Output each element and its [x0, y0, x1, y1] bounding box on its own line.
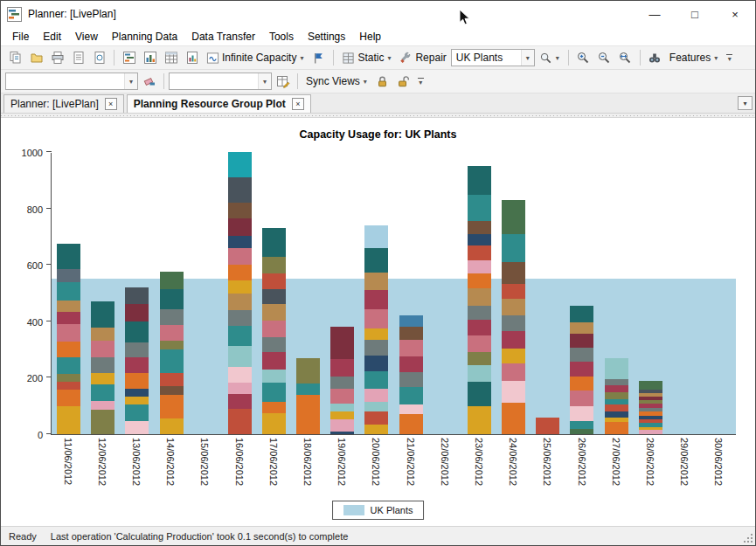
bar-column[interactable]: [668, 153, 702, 434]
bar-segment[interactable]: [570, 306, 593, 322]
bar-segment[interactable]: [228, 383, 252, 394]
print-preview-icon[interactable]: [89, 48, 109, 67]
bar-segment[interactable]: [468, 273, 491, 288]
bar-column[interactable]: [189, 153, 223, 434]
bar-segment[interactable]: [399, 387, 423, 404]
bar-segment[interactable]: [262, 257, 286, 273]
bar-column[interactable]: [394, 153, 428, 434]
toolbar-overflow-icon[interactable]: ▾: [723, 54, 736, 61]
bar-segment[interactable]: [160, 341, 184, 349]
bar-segment[interactable]: [502, 200, 525, 234]
repair-button[interactable]: Repair: [396, 50, 449, 66]
copy-icon[interactable]: [5, 48, 25, 67]
bar-segment[interactable]: [364, 371, 388, 390]
bar-column[interactable]: [359, 153, 393, 434]
bar-column[interactable]: [496, 153, 531, 434]
resource-group-combo[interactable]: UK Plants ▾: [451, 49, 535, 66]
bar-segment[interactable]: [502, 363, 525, 380]
bar-segment[interactable]: [91, 384, 114, 401]
tab-planning-resource-group-plot[interactable]: Planning Resource Group Plot ×: [127, 94, 311, 113]
bar-segment[interactable]: [160, 373, 184, 386]
bar-segment[interactable]: [262, 273, 286, 289]
bar-column[interactable]: [702, 153, 736, 434]
bar-segment[interactable]: [364, 340, 388, 355]
bar-segment[interactable]: [364, 290, 388, 308]
zoom-in-icon[interactable]: [573, 48, 593, 67]
bar-segment[interactable]: [160, 289, 184, 309]
bar-segment[interactable]: [536, 418, 559, 434]
bar-segment[interactable]: [57, 390, 80, 406]
bar-segment[interactable]: [399, 340, 423, 356]
bar-column[interactable]: [223, 153, 257, 434]
bar-segment[interactable]: [468, 352, 491, 364]
bar-segment[interactable]: [57, 301, 80, 312]
bar-column[interactable]: [462, 153, 496, 434]
bar-segment[interactable]: [262, 289, 286, 304]
gantt-view-icon[interactable]: [119, 48, 139, 67]
bar-segment[interactable]: [57, 406, 80, 434]
bar-segment[interactable]: [468, 335, 491, 352]
bar-segment[interactable]: [228, 367, 252, 383]
bar-segment[interactable]: [262, 413, 286, 434]
bar-segment[interactable]: [160, 272, 184, 288]
bar-segment[interactable]: [330, 404, 354, 412]
sync-views-button[interactable]: Sync Views ▾: [302, 73, 371, 89]
bar-segment[interactable]: [399, 414, 423, 434]
bar-segment[interactable]: [330, 327, 354, 359]
bar-segment[interactable]: [570, 334, 593, 348]
bar-segment[interactable]: [364, 402, 388, 411]
zoom-fit-icon[interactable]: [615, 48, 635, 67]
bar-segment[interactable]: [57, 382, 80, 390]
bar-segment[interactable]: [468, 365, 491, 382]
bar-segment[interactable]: [91, 341, 114, 357]
clear-filter-icon[interactable]: [139, 72, 159, 91]
bar-segment[interactable]: [228, 310, 252, 326]
resource-group-combo-arrow[interactable]: ▾: [521, 50, 534, 66]
menu-item-help[interactable]: Help: [352, 29, 388, 45]
bar-segment[interactable]: [502, 284, 525, 299]
table-view-icon[interactable]: [161, 48, 181, 67]
features-button[interactable]: Features ▾: [666, 50, 722, 66]
bar-segment[interactable]: [160, 349, 184, 373]
bar-segment[interactable]: [364, 356, 388, 371]
menu-item-tools[interactable]: Tools: [262, 29, 301, 45]
bar-segment[interactable]: [57, 312, 80, 325]
bar-segment[interactable]: [57, 357, 80, 374]
bar-column[interactable]: [52, 153, 86, 434]
bar-segment[interactable]: [91, 401, 114, 410]
maximize-button[interactable]: □: [675, 1, 715, 27]
bar-segment[interactable]: [330, 419, 354, 432]
bar-segment[interactable]: [330, 359, 354, 376]
bar-segment[interactable]: [330, 377, 354, 390]
bar-segment[interactable]: [296, 395, 320, 434]
bar-segment[interactable]: [605, 358, 628, 380]
menu-item-edit[interactable]: Edit: [36, 29, 68, 45]
bar-column[interactable]: [634, 153, 668, 434]
bar-segment[interactable]: [330, 389, 354, 403]
bar-segment[interactable]: [228, 394, 252, 409]
bar-segment[interactable]: [330, 432, 354, 434]
bar-segment[interactable]: [57, 374, 80, 382]
bar-segment[interactable]: [125, 287, 149, 304]
bar-column[interactable]: [86, 153, 120, 434]
bar-segment[interactable]: [570, 322, 593, 334]
bar-segment[interactable]: [57, 342, 80, 357]
lock-open-icon[interactable]: [393, 72, 413, 91]
bar-segment[interactable]: [228, 248, 252, 265]
bar-column[interactable]: [565, 153, 599, 434]
bar-segment[interactable]: [228, 152, 252, 177]
bar-segment[interactable]: [125, 304, 149, 321]
bar-segment[interactable]: [262, 352, 286, 369]
bar-column[interactable]: [325, 153, 359, 434]
print-icon[interactable]: [47, 48, 67, 67]
bar-segment[interactable]: [468, 382, 491, 406]
bar-column[interactable]: [600, 153, 634, 434]
bar-segment[interactable]: [605, 404, 628, 411]
bar-segment[interactable]: [570, 362, 593, 376]
bar-segment[interactable]: [570, 429, 593, 434]
bar-segment[interactable]: [468, 166, 491, 194]
close-button[interactable]: ×: [715, 1, 755, 27]
bar-segment[interactable]: [364, 425, 388, 434]
flag-icon[interactable]: [309, 48, 329, 67]
bar-segment[interactable]: [502, 315, 525, 331]
